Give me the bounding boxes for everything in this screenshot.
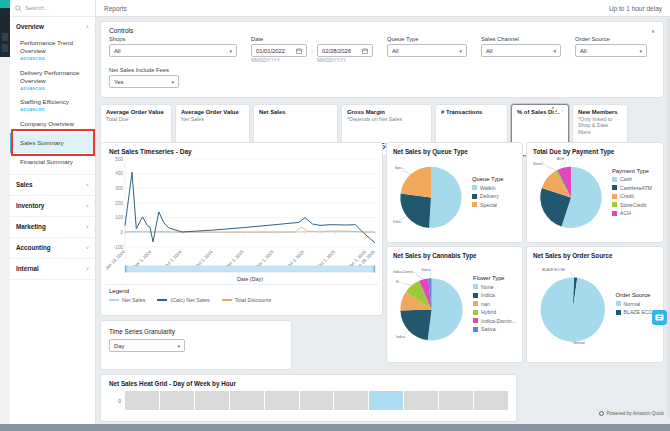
heat-cell[interactable] bbox=[334, 391, 368, 410]
sidebar-item-delivery-performance-overview[interactable]: Delivery Performance OverviewADVANCED bbox=[10, 67, 95, 94]
heat-cell[interactable] bbox=[230, 391, 264, 410]
sales-channel-select[interactable]: All▾ bbox=[481, 44, 561, 57]
legend-item-label: Total Discounts bbox=[235, 297, 272, 303]
heat-cell[interactable] bbox=[300, 391, 334, 410]
date-start-input[interactable]: 01/01/2022 bbox=[251, 44, 307, 57]
pie-slice-normal[interactable] bbox=[541, 277, 605, 341]
date-end-input[interactable]: 02/28/2026 bbox=[317, 44, 373, 57]
pie-legend-item-credit[interactable]: Credit bbox=[612, 193, 657, 199]
sidebar-item-label: Financial Summary bbox=[20, 158, 73, 165]
pie-legend-item-cash[interactable]: Cash bbox=[612, 176, 657, 182]
pie-legend-item-indica-domin[interactable]: Indica-Domin... bbox=[473, 318, 516, 324]
maximize-icon[interactable] bbox=[552, 107, 557, 112]
pie-legend-item-none[interactable]: None bbox=[473, 284, 516, 290]
chevron-down-icon: ▾ bbox=[639, 48, 642, 54]
sidebar-section-header-inventory[interactable]: Inventory∨ bbox=[10, 198, 95, 213]
legend-item-label: (Calc) Net Sales bbox=[170, 297, 209, 303]
heat-cell[interactable] bbox=[474, 391, 508, 410]
sidebar-item-staffing-efficiency[interactable]: Staffing EfficiencyADVANCED bbox=[10, 96, 95, 115]
timeseries-card: Net Sales Timeseries - Day 5004003002001… bbox=[100, 142, 383, 316]
pie-slice-indica[interactable] bbox=[400, 309, 431, 340]
sidebar-section-header-marketing[interactable]: Marketing∨ bbox=[10, 219, 95, 234]
heat-cell[interactable] bbox=[404, 391, 438, 410]
sidebar-section-internal: Internal∨ bbox=[10, 259, 95, 280]
filter-label: Shops bbox=[109, 36, 237, 42]
advanced-badge: ADVANCED bbox=[20, 56, 89, 61]
sidebar-item-financial-summary[interactable]: Financial Summary bbox=[10, 156, 95, 168]
pie-legend-item-blaze-ecom[interactable]: BLAZE ECOM bbox=[616, 309, 657, 315]
svg-text:-100: -100 bbox=[114, 245, 124, 250]
powered-by-link[interactable]: Powered by Amazon Quick bbox=[599, 411, 664, 416]
legend-swatch bbox=[616, 310, 621, 315]
menu-dots-icon[interactable]: ⋮ bbox=[560, 107, 565, 112]
filters-row: ShopsAll▾Date01/01/2022MM/DD/YYYY-02/28/… bbox=[101, 35, 663, 63]
pie-legend-item-label: Special bbox=[480, 202, 497, 208]
pie-legend-item-label: Hybrid bbox=[481, 309, 496, 315]
sidebar-item-sales-summary[interactable]: Sales Summary bbox=[10, 133, 95, 153]
sidebar-section-header-internal[interactable]: Internal∨ bbox=[10, 261, 95, 276]
sidebar-item-company-overview[interactable]: Company Overview bbox=[10, 118, 95, 130]
date-range-group: 01/01/2022MM/DD/YYYY-02/28/2026MM/DD/YYY… bbox=[251, 44, 373, 63]
heat-cell[interactable] bbox=[439, 391, 473, 410]
legend-swatch bbox=[473, 293, 478, 298]
filter-label: Net Sales Include Fees bbox=[109, 67, 655, 73]
svg-text:Jul 1, 2024: Jul 1, 2024 bbox=[164, 249, 183, 268]
pie-callout-label: Spec... bbox=[394, 166, 405, 170]
pie-legend-item-label: Delivery bbox=[480, 193, 499, 199]
pie-slice-delivery[interactable] bbox=[400, 194, 431, 228]
sidebar-section-header-sales[interactable]: Sales∨ bbox=[10, 177, 95, 192]
filter-date: Date01/01/2022MM/DD/YYYY-02/28/2026MM/DD… bbox=[251, 36, 373, 63]
pie-legend-item-storecredit[interactable]: StoreCredit bbox=[612, 202, 657, 208]
time-brush-slider[interactable] bbox=[125, 266, 375, 272]
shops-select[interactable]: All▾ bbox=[109, 44, 237, 57]
pie-legend-item-indica[interactable]: Indica bbox=[473, 292, 516, 298]
pie-callout-label: Sativa bbox=[421, 268, 431, 272]
timeseries-chart[interactable]: 5004003002001000-100Jan 13, 2024Apr 1, 2… bbox=[105, 155, 378, 283]
pie-slice-none[interactable] bbox=[428, 278, 463, 340]
heat-cell[interactable] bbox=[369, 391, 403, 410]
sidebar-item-performance-trend-overview[interactable]: Performance Trend OverviewADVANCED bbox=[10, 37, 95, 64]
timeseries-legend: Legend Net Sales(Calc) Net SalesTotal Di… bbox=[105, 284, 378, 303]
pie-legend-item-cashlessatm[interactable]: CashlessATM bbox=[612, 185, 657, 191]
teal-corner-tile bbox=[0, 0, 10, 8]
total-due-by-payment-type-pie[interactable]: StoreC...ACH bbox=[533, 155, 609, 231]
sidebar-section-header-accounting[interactable]: Accounting∨ bbox=[10, 240, 95, 255]
collapse-controls-icon[interactable]: ∧ bbox=[651, 28, 655, 34]
legend-item-calc-net-sales[interactable]: (Calc) Net Sales bbox=[157, 297, 209, 303]
queue-type-select[interactable]: All▾ bbox=[387, 44, 467, 57]
heat-cell[interactable] bbox=[195, 391, 229, 410]
legend-item-net-sales[interactable]: Net Sales bbox=[109, 297, 145, 303]
order-source-pie-card: Net Sales by Order SourceBLAZE ECOMNorma… bbox=[526, 246, 664, 363]
heat-cell[interactable] bbox=[160, 391, 194, 410]
pie-callout-label: BLAZE ECOM bbox=[542, 268, 565, 272]
net-sales-include-fees-select[interactable]: Yes ▾ bbox=[109, 75, 179, 88]
sidebar-item-label: Performance Trend Overview bbox=[20, 39, 73, 54]
kpi-subtitle: *Depends on Net Sales bbox=[347, 116, 426, 122]
cannabis-type-pie-card: Net Sales by Cannabis TypeSativaIndica-D… bbox=[386, 246, 523, 363]
kpi-subtitle: Net Sales bbox=[181, 116, 244, 122]
pie-legend-item-nan[interactable]: nan bbox=[473, 301, 516, 307]
pie-legend-item-walkin[interactable]: WalkIn bbox=[472, 185, 516, 191]
sidebar-section-header-overview[interactable]: Overview∧ bbox=[10, 19, 95, 34]
pie-legend-item-sativa[interactable]: Sativa bbox=[473, 326, 516, 332]
net-sales-by-cannabis-type-pie[interactable]: SativaIndica-Domin...H...Indica bbox=[393, 259, 470, 351]
pie-legend-item-ach[interactable]: ACH bbox=[612, 210, 657, 216]
order-source-select[interactable]: All▾ bbox=[575, 44, 647, 57]
net-sales-by-order-source-pie[interactable]: BLAZE ECOMNormal bbox=[533, 259, 613, 351]
heat-cell[interactable] bbox=[265, 391, 299, 410]
pie-legend-item-label: Indica-Domin... bbox=[481, 318, 516, 324]
heat-cell[interactable] bbox=[125, 391, 159, 410]
legend-item-total-discounts[interactable]: Total Discounts bbox=[222, 297, 272, 303]
pie-legend-item-label: WalkIn bbox=[480, 185, 496, 191]
pie-legend-item-hybrid[interactable]: Hybrid bbox=[473, 309, 516, 315]
pie-legend-item-normal[interactable]: Normal bbox=[616, 301, 657, 307]
feedback-widget-button[interactable] bbox=[652, 310, 667, 325]
filter-queue-type: Queue TypeAll▾ bbox=[387, 36, 467, 57]
pie-slice-walkin[interactable] bbox=[429, 167, 462, 228]
sidebar-search[interactable]: Search... bbox=[10, 0, 95, 17]
granularity-select[interactable]: Day ▾ bbox=[109, 339, 185, 352]
chevron-down-icon: ∨ bbox=[86, 245, 89, 250]
net-sales-by-queue-type-pie[interactable]: Spec...Deliv... bbox=[393, 155, 469, 231]
pie-legend-item-delivery[interactable]: Delivery bbox=[472, 193, 516, 199]
pie-legend-item-special[interactable]: Special bbox=[472, 202, 516, 208]
